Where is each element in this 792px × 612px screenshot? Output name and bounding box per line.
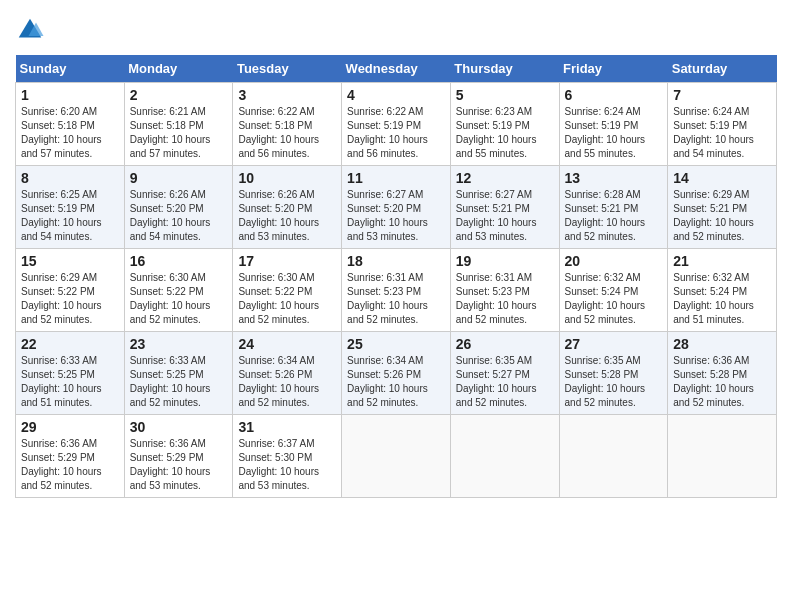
calendar-cell: 27Sunrise: 6:35 AMSunset: 5:28 PMDayligh… [559, 332, 668, 415]
day-number: 8 [21, 170, 119, 186]
calendar-cell: 12Sunrise: 6:27 AMSunset: 5:21 PMDayligh… [450, 166, 559, 249]
day-info: Sunrise: 6:26 AMSunset: 5:20 PMDaylight:… [130, 188, 228, 244]
day-number: 6 [565, 87, 663, 103]
day-number: 29 [21, 419, 119, 435]
day-info: Sunrise: 6:29 AMSunset: 5:22 PMDaylight:… [21, 271, 119, 327]
calendar-cell [450, 415, 559, 498]
calendar-cell: 7Sunrise: 6:24 AMSunset: 5:19 PMDaylight… [668, 83, 777, 166]
calendar-cell: 18Sunrise: 6:31 AMSunset: 5:23 PMDayligh… [342, 249, 451, 332]
day-info: Sunrise: 6:36 AMSunset: 5:29 PMDaylight:… [21, 437, 119, 493]
day-number: 21 [673, 253, 771, 269]
day-number: 9 [130, 170, 228, 186]
calendar-week-4: 22Sunrise: 6:33 AMSunset: 5:25 PMDayligh… [16, 332, 777, 415]
weekday-header-wednesday: Wednesday [342, 55, 451, 83]
day-info: Sunrise: 6:31 AMSunset: 5:23 PMDaylight:… [456, 271, 554, 327]
day-info: Sunrise: 6:27 AMSunset: 5:21 PMDaylight:… [456, 188, 554, 244]
calendar-cell: 22Sunrise: 6:33 AMSunset: 5:25 PMDayligh… [16, 332, 125, 415]
calendar-cell: 11Sunrise: 6:27 AMSunset: 5:20 PMDayligh… [342, 166, 451, 249]
calendar-cell: 23Sunrise: 6:33 AMSunset: 5:25 PMDayligh… [124, 332, 233, 415]
calendar-week-1: 1Sunrise: 6:20 AMSunset: 5:18 PMDaylight… [16, 83, 777, 166]
day-number: 3 [238, 87, 336, 103]
day-number: 11 [347, 170, 445, 186]
day-number: 28 [673, 336, 771, 352]
weekday-header-saturday: Saturday [668, 55, 777, 83]
calendar-cell: 14Sunrise: 6:29 AMSunset: 5:21 PMDayligh… [668, 166, 777, 249]
day-number: 13 [565, 170, 663, 186]
day-info: Sunrise: 6:37 AMSunset: 5:30 PMDaylight:… [238, 437, 336, 493]
day-info: Sunrise: 6:28 AMSunset: 5:21 PMDaylight:… [565, 188, 663, 244]
logo [15, 15, 49, 45]
day-number: 15 [21, 253, 119, 269]
day-number: 26 [456, 336, 554, 352]
day-number: 19 [456, 253, 554, 269]
day-number: 27 [565, 336, 663, 352]
day-info: Sunrise: 6:35 AMSunset: 5:28 PMDaylight:… [565, 354, 663, 410]
calendar-cell: 13Sunrise: 6:28 AMSunset: 5:21 PMDayligh… [559, 166, 668, 249]
calendar-cell: 4Sunrise: 6:22 AMSunset: 5:19 PMDaylight… [342, 83, 451, 166]
day-number: 22 [21, 336, 119, 352]
calendar-cell: 30Sunrise: 6:36 AMSunset: 5:29 PMDayligh… [124, 415, 233, 498]
day-info: Sunrise: 6:21 AMSunset: 5:18 PMDaylight:… [130, 105, 228, 161]
day-info: Sunrise: 6:30 AMSunset: 5:22 PMDaylight:… [238, 271, 336, 327]
day-info: Sunrise: 6:32 AMSunset: 5:24 PMDaylight:… [673, 271, 771, 327]
calendar-cell: 16Sunrise: 6:30 AMSunset: 5:22 PMDayligh… [124, 249, 233, 332]
day-number: 10 [238, 170, 336, 186]
day-number: 31 [238, 419, 336, 435]
calendar-cell: 17Sunrise: 6:30 AMSunset: 5:22 PMDayligh… [233, 249, 342, 332]
day-info: Sunrise: 6:31 AMSunset: 5:23 PMDaylight:… [347, 271, 445, 327]
day-info: Sunrise: 6:36 AMSunset: 5:29 PMDaylight:… [130, 437, 228, 493]
weekday-header-tuesday: Tuesday [233, 55, 342, 83]
calendar-cell: 25Sunrise: 6:34 AMSunset: 5:26 PMDayligh… [342, 332, 451, 415]
logo-icon [15, 15, 45, 45]
calendar-cell: 28Sunrise: 6:36 AMSunset: 5:28 PMDayligh… [668, 332, 777, 415]
calendar-cell: 9Sunrise: 6:26 AMSunset: 5:20 PMDaylight… [124, 166, 233, 249]
day-info: Sunrise: 6:22 AMSunset: 5:18 PMDaylight:… [238, 105, 336, 161]
day-number: 7 [673, 87, 771, 103]
calendar-cell: 10Sunrise: 6:26 AMSunset: 5:20 PMDayligh… [233, 166, 342, 249]
calendar-cell: 8Sunrise: 6:25 AMSunset: 5:19 PMDaylight… [16, 166, 125, 249]
weekday-header-monday: Monday [124, 55, 233, 83]
day-number: 20 [565, 253, 663, 269]
calendar-cell: 26Sunrise: 6:35 AMSunset: 5:27 PMDayligh… [450, 332, 559, 415]
day-info: Sunrise: 6:36 AMSunset: 5:28 PMDaylight:… [673, 354, 771, 410]
calendar-cell: 21Sunrise: 6:32 AMSunset: 5:24 PMDayligh… [668, 249, 777, 332]
day-number: 4 [347, 87, 445, 103]
calendar-cell [342, 415, 451, 498]
calendar-cell: 3Sunrise: 6:22 AMSunset: 5:18 PMDaylight… [233, 83, 342, 166]
calendar-cell [668, 415, 777, 498]
day-info: Sunrise: 6:35 AMSunset: 5:27 PMDaylight:… [456, 354, 554, 410]
day-number: 25 [347, 336, 445, 352]
day-number: 2 [130, 87, 228, 103]
weekday-header-sunday: Sunday [16, 55, 125, 83]
day-info: Sunrise: 6:30 AMSunset: 5:22 PMDaylight:… [130, 271, 228, 327]
day-number: 18 [347, 253, 445, 269]
calendar-cell: 31Sunrise: 6:37 AMSunset: 5:30 PMDayligh… [233, 415, 342, 498]
weekday-header-row: SundayMondayTuesdayWednesdayThursdayFrid… [16, 55, 777, 83]
weekday-header-friday: Friday [559, 55, 668, 83]
day-number: 23 [130, 336, 228, 352]
day-info: Sunrise: 6:32 AMSunset: 5:24 PMDaylight:… [565, 271, 663, 327]
calendar-cell: 29Sunrise: 6:36 AMSunset: 5:29 PMDayligh… [16, 415, 125, 498]
day-info: Sunrise: 6:24 AMSunset: 5:19 PMDaylight:… [565, 105, 663, 161]
day-info: Sunrise: 6:26 AMSunset: 5:20 PMDaylight:… [238, 188, 336, 244]
calendar-cell: 15Sunrise: 6:29 AMSunset: 5:22 PMDayligh… [16, 249, 125, 332]
day-info: Sunrise: 6:20 AMSunset: 5:18 PMDaylight:… [21, 105, 119, 161]
calendar-week-5: 29Sunrise: 6:36 AMSunset: 5:29 PMDayligh… [16, 415, 777, 498]
day-info: Sunrise: 6:23 AMSunset: 5:19 PMDaylight:… [456, 105, 554, 161]
calendar-table: SundayMondayTuesdayWednesdayThursdayFrid… [15, 55, 777, 498]
calendar-cell: 20Sunrise: 6:32 AMSunset: 5:24 PMDayligh… [559, 249, 668, 332]
day-info: Sunrise: 6:29 AMSunset: 5:21 PMDaylight:… [673, 188, 771, 244]
day-info: Sunrise: 6:33 AMSunset: 5:25 PMDaylight:… [130, 354, 228, 410]
day-number: 5 [456, 87, 554, 103]
day-number: 14 [673, 170, 771, 186]
day-number: 30 [130, 419, 228, 435]
calendar-cell: 5Sunrise: 6:23 AMSunset: 5:19 PMDaylight… [450, 83, 559, 166]
calendar-cell [559, 415, 668, 498]
calendar-cell: 2Sunrise: 6:21 AMSunset: 5:18 PMDaylight… [124, 83, 233, 166]
day-info: Sunrise: 6:25 AMSunset: 5:19 PMDaylight:… [21, 188, 119, 244]
day-info: Sunrise: 6:27 AMSunset: 5:20 PMDaylight:… [347, 188, 445, 244]
day-number: 12 [456, 170, 554, 186]
day-number: 17 [238, 253, 336, 269]
calendar-week-2: 8Sunrise: 6:25 AMSunset: 5:19 PMDaylight… [16, 166, 777, 249]
day-info: Sunrise: 6:34 AMSunset: 5:26 PMDaylight:… [347, 354, 445, 410]
